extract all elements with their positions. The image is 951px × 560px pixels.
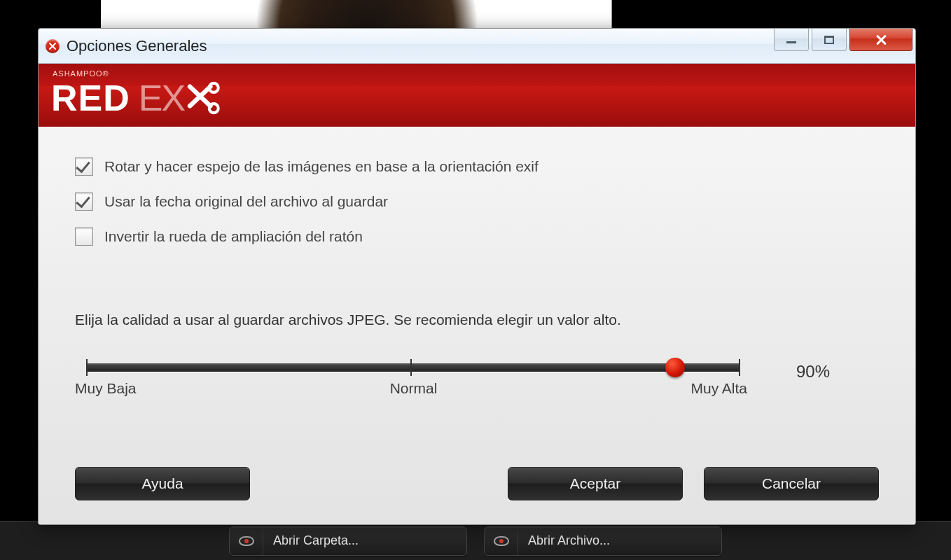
brand-name-part1: RED bbox=[51, 77, 130, 119]
jpeg-quality-section: Elija la calidad a usar al guardar archi… bbox=[75, 312, 879, 407]
svg-point-1 bbox=[209, 104, 218, 113]
brand-name-part2: EX bbox=[139, 77, 184, 119]
checkbox-use-original-date[interactable] bbox=[75, 192, 93, 211]
jpeg-quality-value: 90% bbox=[796, 362, 845, 382]
maximize-button[interactable] bbox=[812, 29, 847, 51]
option-invert-wheel[interactable]: Invertir la rueda de ampliación del rató… bbox=[75, 227, 879, 246]
ok-button-label: Aceptar bbox=[570, 475, 620, 492]
dialog-button-row: Ayuda Aceptar Cancelar bbox=[75, 453, 879, 517]
cancel-button[interactable]: Cancelar bbox=[704, 467, 879, 500]
checkbox-rotate-exif[interactable] bbox=[75, 158, 93, 176]
help-button-label: Ayuda bbox=[141, 475, 183, 492]
open-file-button[interactable]: Abrir Archivo... bbox=[484, 526, 722, 556]
cancel-button-label: Cancelar bbox=[762, 475, 821, 492]
slider-thumb[interactable] bbox=[665, 358, 685, 377]
red-eye-icon bbox=[485, 527, 518, 555]
slider-caption-low: Muy Baja bbox=[75, 380, 137, 397]
open-folder-button[interactable]: Abrir Carpeta... bbox=[229, 526, 467, 556]
slider-caption-mid: Normal bbox=[390, 380, 438, 397]
slider-track bbox=[86, 363, 740, 372]
brand-vendor: ASHAMPOO® bbox=[53, 69, 109, 78]
label-invert-wheel: Invertir la rueda de ampliación del rató… bbox=[104, 228, 363, 245]
dialog-title: Opciones Generales bbox=[67, 37, 207, 55]
option-use-original-date[interactable]: Usar la fecha original del archivo al gu… bbox=[75, 192, 879, 211]
minimize-button[interactable] bbox=[774, 29, 809, 51]
maximize-icon bbox=[824, 36, 834, 44]
ok-button[interactable]: Aceptar bbox=[508, 467, 683, 500]
close-icon bbox=[875, 34, 887, 46]
red-eye-icon bbox=[230, 527, 263, 555]
dialog-titlebar[interactable]: Opciones Generales bbox=[39, 29, 915, 64]
slider-caption-high: Muy Alta bbox=[690, 380, 747, 397]
jpeg-quality-slider[interactable]: Muy Baja Normal Muy Alta bbox=[75, 358, 747, 407]
checkbox-invert-wheel[interactable] bbox=[75, 227, 93, 246]
option-rotate-exif[interactable]: Rotar y hacer espejo de las imágenes en … bbox=[75, 158, 879, 176]
minimize-icon bbox=[786, 41, 796, 43]
slider-tick-high bbox=[739, 359, 740, 376]
jpeg-quality-instruction: Elija la calidad a usar al guardar archi… bbox=[75, 312, 879, 328]
window-controls bbox=[774, 29, 912, 51]
bottom-toolbar: Abrir Carpeta... Abrir Archivo... bbox=[0, 521, 951, 560]
slider-tick-mid bbox=[410, 359, 412, 376]
dialog-body: Rotar y hacer espejo de las imágenes en … bbox=[39, 127, 915, 524]
general-options-dialog: Opciones Generales ASHAMPOO® RED EX Rota… bbox=[38, 28, 916, 525]
open-file-label: Abrir Archivo... bbox=[528, 533, 610, 548]
open-folder-label: Abrir Carpeta... bbox=[273, 533, 359, 548]
close-button[interactable] bbox=[849, 29, 912, 51]
label-rotate-exif: Rotar y hacer espejo de las imágenes en … bbox=[104, 158, 539, 175]
svg-point-0 bbox=[209, 83, 218, 92]
brand-banner: ASHAMPOO® RED EX bbox=[39, 64, 915, 127]
app-icon bbox=[46, 39, 60, 53]
help-button[interactable]: Ayuda bbox=[75, 467, 250, 500]
scissors-icon bbox=[184, 80, 221, 116]
label-use-original-date: Usar la fecha original del archivo al gu… bbox=[104, 193, 388, 210]
slider-tick-low bbox=[86, 359, 88, 376]
